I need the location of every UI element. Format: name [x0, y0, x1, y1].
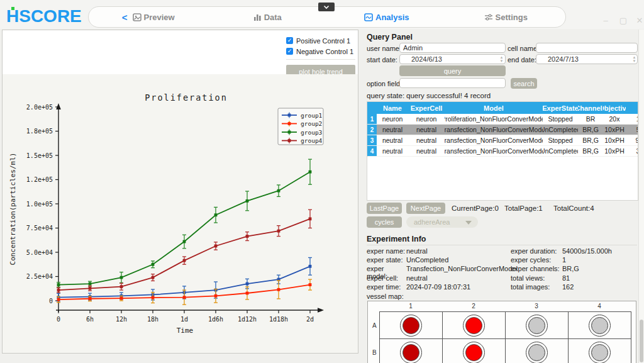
collapse-toolbar-button[interactable] — [318, 3, 335, 11]
tab-analysis[interactable]: Analysis — [327, 13, 447, 22]
cell-name-label: cell name: — [508, 45, 539, 52]
negative-control-checkbox-row[interactable]: ✓ Negative Control 1 — [286, 46, 355, 57]
svg-text:Time: Time — [177, 327, 194, 335]
table-cell: Stopped — [543, 135, 578, 145]
svg-text:2d: 2d — [306, 316, 314, 323]
well-outer-ring — [400, 315, 422, 337]
positive-control-checkbox-row[interactable]: ✓ Positive Control 1 — [286, 35, 355, 46]
svg-text:5.0e+04: 5.0e+04 — [26, 249, 53, 256]
svg-text:group1: group1 — [301, 112, 323, 119]
last-page-button[interactable]: LastPage — [367, 203, 402, 214]
vertical-scrollbar[interactable] — [638, 30, 644, 363]
vessel-well-cell[interactable] — [569, 312, 631, 339]
row-number: 4 — [367, 146, 377, 156]
info-value: 1 — [562, 256, 566, 265]
app-window: HSCORE < Preview Data Analysis — [0, 0, 644, 363]
vessel-well-cell[interactable] — [506, 312, 569, 339]
control-checkbox-group: ✓ Positive Control 1 ✓ Negative Control … — [286, 35, 355, 60]
tab-preview[interactable]: < Preview — [89, 12, 208, 23]
vessel-grid — [379, 311, 631, 363]
info-label: total views: — [511, 274, 562, 283]
table-row[interactable]: 3neutralneutralTransfection_NonFluorConv… — [367, 135, 638, 146]
query-state-value: query successful! 4 record — [406, 92, 491, 99]
info-value: 162 — [562, 283, 574, 292]
column-header-channels[interactable]: Channels — [578, 102, 603, 114]
option-field-input[interactable] — [399, 78, 506, 88]
next-page-button[interactable]: NextPage — [406, 203, 445, 214]
date-spinner-icon[interactable]: ▲▼ — [631, 55, 637, 63]
maximize-button[interactable]: ▢ — [616, 15, 630, 26]
svg-text:1d6h: 1d6h — [208, 316, 223, 323]
end-date-input[interactable]: 2024/7/13 — [536, 54, 638, 64]
table-cell: 94963 — [626, 135, 638, 145]
top-bar: HSCORE < Preview Data Analysis — [0, 0, 644, 29]
checkbox-checked-icon[interactable]: ✓ — [286, 37, 293, 44]
back-arrow-icon[interactable]: < — [122, 12, 128, 23]
negative-control-label: Negative Control 1 — [296, 48, 353, 55]
date-spinner-icon[interactable]: ▲▼ — [499, 55, 504, 63]
divider — [367, 245, 637, 245]
info-value: 81 — [562, 274, 570, 283]
close-button[interactable]: ✕ — [633, 15, 644, 26]
query-button[interactable]: query — [399, 65, 506, 76]
table-cell: 1.258 — [626, 114, 638, 124]
adhere-area-value: adhereArea — [414, 218, 450, 226]
dropdown-arrow-icon — [465, 221, 472, 225]
tab-data[interactable]: Data — [208, 13, 328, 22]
search-button[interactable]: search — [511, 78, 537, 89]
well-outer-ring — [463, 315, 485, 337]
well-red — [465, 317, 482, 334]
table-cell: BR — [578, 114, 603, 124]
tab-settings-label: Settings — [496, 13, 528, 22]
current-page-text: CurrentPage:0 — [452, 204, 499, 212]
table-cell: UnCompleted — [543, 125, 578, 135]
vessel-well-cell[interactable] — [380, 312, 443, 339]
well-gray — [591, 344, 608, 361]
column-header-expercell[interactable]: ExperCell — [408, 102, 445, 114]
vessel-well-cell[interactable] — [569, 339, 631, 363]
column-header-objective[interactable]: Objective — [603, 102, 626, 114]
table-cell: UnCompleted — [543, 146, 578, 156]
end-date-label: end date: — [508, 56, 536, 64]
table-cell: BR,G — [578, 135, 603, 145]
svg-text:6h: 6h — [86, 316, 94, 323]
vessel-well-cell[interactable] — [506, 339, 569, 363]
table-row[interactable]: 2neutralneutralTransfection_NonFluorConv… — [367, 125, 638, 135]
svg-text:1.8e+05: 1.8e+05 — [26, 128, 53, 135]
tab-data-label: Data — [264, 13, 282, 22]
start-date-input[interactable]: 2024/6/13 — [399, 54, 506, 64]
chart-canvas: 02.5e+045.0e+047.5e+041.0e+051.2e+051.5e… — [3, 74, 358, 353]
table-cell: neutral — [408, 135, 445, 145]
info-label: exper time: — [367, 283, 406, 292]
column-header-e-si[interactable]: e Si — [626, 102, 638, 114]
info-label: exper channels: — [511, 265, 562, 274]
well-darkred — [402, 317, 419, 334]
table-cell: 20x — [603, 114, 626, 124]
scrollbar-thumb[interactable] — [640, 320, 643, 362]
cell-name-input[interactable] — [536, 43, 638, 53]
table-cell: BR,G — [578, 125, 603, 135]
column-header-experstate[interactable]: ExperState — [543, 102, 578, 114]
vessel-row-label: B — [372, 349, 377, 356]
checkbox-checked-icon[interactable]: ✓ — [286, 48, 293, 55]
info-label: exper duration: — [511, 247, 562, 256]
total-count-text: TotalCount:4 — [553, 204, 594, 212]
vessel-well-cell[interactable] — [380, 339, 443, 363]
info-label: exper name: — [367, 247, 406, 256]
well-outer-ring — [589, 315, 611, 337]
adhere-area-dropdown[interactable]: adhereArea — [406, 216, 478, 228]
info-value: Transfection_NonFluorConverModel — [406, 265, 518, 274]
table-row[interactable]: 1neuronneuronProliferation_NonFluorConve… — [367, 114, 638, 125]
total-page-text: TotalPage:1 — [504, 204, 543, 212]
tab-settings[interactable]: Settings — [447, 13, 566, 22]
table-row[interactable]: 4neutralneutralTransfection_NonFluorConv… — [367, 146, 638, 157]
column-header-name[interactable]: Name — [377, 102, 408, 114]
cycles-button[interactable]: cycles — [367, 216, 402, 228]
vessel-well-cell[interactable] — [443, 339, 506, 363]
minimize-button[interactable]: – — [599, 15, 613, 26]
vessel-well-cell[interactable] — [443, 312, 506, 339]
user-name-input[interactable]: Admin — [399, 43, 506, 53]
column-header-model[interactable]: Model — [445, 102, 543, 114]
experiment-info-left-column: exper name:neutralexper state:UnComplete… — [367, 247, 510, 292]
table-cell: 10xPH — [603, 146, 626, 156]
